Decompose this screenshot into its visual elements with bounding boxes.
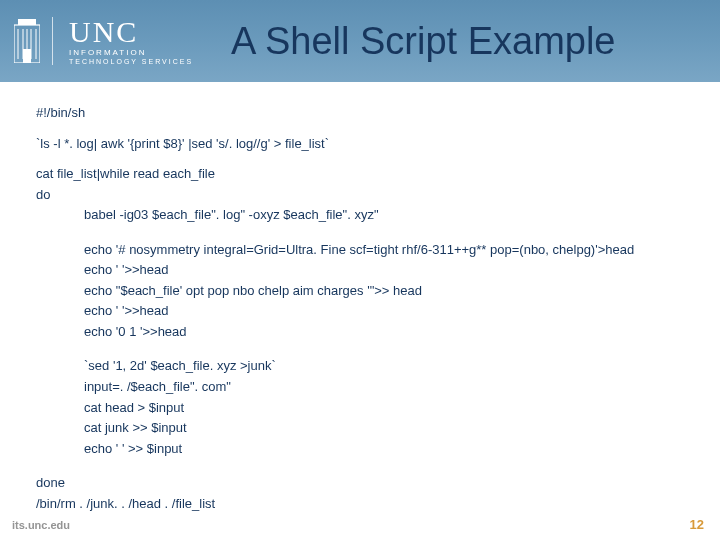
code-line: babel -ig03 $each_file". log" -oxyz $eac… (36, 206, 690, 224)
svg-rect-1 (18, 19, 36, 25)
slide-content: #!/bin/sh `ls -l *. log| awk '{print $8}… (0, 82, 720, 512)
logo-block: UNC INFORMATION TECHNOLOGY SERVICES (14, 17, 193, 65)
code-line: echo ' '>>head (36, 261, 690, 279)
code-line: cat file_list|while read each_file (36, 165, 690, 183)
logo-subtitle-1: INFORMATION (69, 49, 193, 57)
code-line: done (36, 474, 690, 492)
code-line: cat head > $input (36, 399, 690, 417)
slide-title: A Shell Script Example (231, 20, 615, 63)
code-line: echo ' ' >> $input (36, 440, 690, 458)
logo-title: UNC (69, 17, 193, 47)
code-line: do (36, 186, 690, 204)
code-line: #!/bin/sh (36, 104, 690, 122)
code-line: echo '0 1 '>>head (36, 323, 690, 341)
svg-rect-7 (23, 49, 31, 63)
code-line: echo ' '>>head (36, 302, 690, 320)
code-line: echo '# nosymmetry integral=Grid=Ultra. … (36, 241, 690, 259)
building-icon (14, 19, 40, 63)
code-line: /bin/rm . /junk. . /head . /file_list (36, 495, 690, 513)
code-line: input=. /$each_file". com" (36, 378, 690, 396)
slide-footer: its.unc.edu 12 (12, 517, 704, 532)
footer-url: its.unc.edu (12, 519, 70, 531)
code-line: `sed '1, 2d' $each_file. xyz >junk` (36, 357, 690, 375)
code-line: echo "$each_file' opt pop nbo chelp aim … (36, 282, 690, 300)
code-line: cat junk >> $input (36, 419, 690, 437)
logo-subtitle-2: TECHNOLOGY SERVICES (69, 58, 193, 65)
slide-header: UNC INFORMATION TECHNOLOGY SERVICES A Sh… (0, 0, 720, 82)
page-number: 12 (690, 517, 704, 532)
logo-text: UNC INFORMATION TECHNOLOGY SERVICES (69, 17, 193, 65)
code-line: `ls -l *. log| awk '{print $8}' |sed 's/… (36, 135, 690, 153)
logo-divider (52, 17, 53, 65)
